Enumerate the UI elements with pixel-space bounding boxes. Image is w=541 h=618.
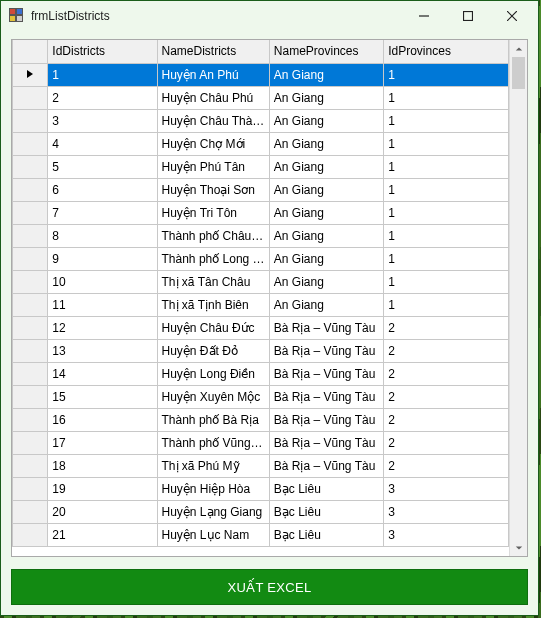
table-row[interactable]: 11Thị xã Tịnh BiênAn Giang1: [13, 293, 509, 316]
table-row[interactable]: 7Huyện Tri TônAn Giang1: [13, 201, 509, 224]
cell-namedistricts[interactable]: Huyện Châu Phú: [157, 86, 269, 109]
data-grid[interactable]: IdDistricts NameDistricts NameProvinces …: [11, 39, 528, 557]
cell-nameprovinces[interactable]: Bà Rịa – Vũng Tàu: [269, 385, 383, 408]
cell-namedistricts[interactable]: Huyện Đất Đỏ: [157, 339, 269, 362]
row-header[interactable]: [13, 316, 48, 339]
cell-namedistricts[interactable]: Huyện Thoại Sơn: [157, 178, 269, 201]
table-row[interactable]: 14Huyện Long ĐiềnBà Rịa – Vũng Tàu2: [13, 362, 509, 385]
titlebar[interactable]: frmListDistricts: [1, 1, 538, 31]
column-header-idprovinces[interactable]: IdProvinces: [384, 40, 509, 63]
cell-nameprovinces[interactable]: Bạc Liêu: [269, 523, 383, 546]
cell-nameprovinces[interactable]: Bà Rịa – Vũng Tàu: [269, 431, 383, 454]
cell-iddistricts[interactable]: 16: [48, 408, 157, 431]
cell-idprovinces[interactable]: 1: [384, 86, 509, 109]
cell-namedistricts[interactable]: Huyện Châu Thành: [157, 109, 269, 132]
row-header[interactable]: [13, 500, 48, 523]
cell-nameprovinces[interactable]: An Giang: [269, 293, 383, 316]
row-header[interactable]: [13, 454, 48, 477]
cell-idprovinces[interactable]: 1: [384, 132, 509, 155]
cell-idprovinces[interactable]: 1: [384, 293, 509, 316]
cell-iddistricts[interactable]: 10: [48, 270, 157, 293]
cell-iddistricts[interactable]: 14: [48, 362, 157, 385]
cell-iddistricts[interactable]: 7: [48, 201, 157, 224]
cell-idprovinces[interactable]: 1: [384, 178, 509, 201]
cell-iddistricts[interactable]: 19: [48, 477, 157, 500]
cell-nameprovinces[interactable]: An Giang: [269, 109, 383, 132]
cell-namedistricts[interactable]: Thành phố Vũng Tàu: [157, 431, 269, 454]
cell-idprovinces[interactable]: 2: [384, 431, 509, 454]
cell-namedistricts[interactable]: Huyện Chợ Mới: [157, 132, 269, 155]
row-header[interactable]: [13, 155, 48, 178]
cell-iddistricts[interactable]: 5: [48, 155, 157, 178]
table-row[interactable]: 12Huyện Châu ĐứcBà Rịa – Vũng Tàu2: [13, 316, 509, 339]
cell-iddistricts[interactable]: 15: [48, 385, 157, 408]
table-row[interactable]: 8Thành phố Châu Đ...An Giang1: [13, 224, 509, 247]
column-header-nameprovinces[interactable]: NameProvinces: [269, 40, 383, 63]
row-header[interactable]: [13, 477, 48, 500]
cell-idprovinces[interactable]: 1: [384, 201, 509, 224]
cell-idprovinces[interactable]: 3: [384, 523, 509, 546]
table-row[interactable]: 18Thị xã Phú MỹBà Rịa – Vũng Tàu2: [13, 454, 509, 477]
table-row[interactable]: 13Huyện Đất ĐỏBà Rịa – Vũng Tàu2: [13, 339, 509, 362]
cell-namedistricts[interactable]: Huyện An Phú: [157, 63, 269, 86]
table-row[interactable]: 5Huyện Phú TânAn Giang1: [13, 155, 509, 178]
row-header[interactable]: [13, 431, 48, 454]
scroll-track[interactable]: [510, 57, 527, 539]
row-header[interactable]: [13, 132, 48, 155]
cell-idprovinces[interactable]: 1: [384, 155, 509, 178]
table-row[interactable]: 19Huyện Hiệp HòaBạc Liêu3: [13, 477, 509, 500]
cell-iddistricts[interactable]: 4: [48, 132, 157, 155]
cell-iddistricts[interactable]: 17: [48, 431, 157, 454]
table-row[interactable]: 16Thành phố Bà RịaBà Rịa – Vũng Tàu2: [13, 408, 509, 431]
row-header[interactable]: [13, 178, 48, 201]
row-header[interactable]: [13, 362, 48, 385]
export-excel-button[interactable]: XUẤT EXCEL: [11, 569, 528, 605]
scroll-up-button[interactable]: [510, 40, 527, 57]
cell-idprovinces[interactable]: 2: [384, 454, 509, 477]
row-header[interactable]: [13, 224, 48, 247]
cell-nameprovinces[interactable]: Bà Rịa – Vũng Tàu: [269, 339, 383, 362]
cell-nameprovinces[interactable]: An Giang: [269, 132, 383, 155]
cell-nameprovinces[interactable]: An Giang: [269, 86, 383, 109]
cell-namedistricts[interactable]: Huyện Long Điền: [157, 362, 269, 385]
table-row[interactable]: 15Huyện Xuyên MộcBà Rịa – Vũng Tàu2: [13, 385, 509, 408]
cell-idprovinces[interactable]: 3: [384, 500, 509, 523]
maximize-button[interactable]: [446, 2, 490, 30]
cell-namedistricts[interactable]: Huyện Hiệp Hòa: [157, 477, 269, 500]
cell-iddistricts[interactable]: 21: [48, 523, 157, 546]
row-header[interactable]: [13, 109, 48, 132]
table-row[interactable]: 1Huyện An PhúAn Giang1: [13, 63, 509, 86]
cell-namedistricts[interactable]: Thành phố Châu Đ...: [157, 224, 269, 247]
cell-namedistricts[interactable]: Thị xã Tân Châu: [157, 270, 269, 293]
table-row[interactable]: 21Huyện Lục NamBạc Liêu3: [13, 523, 509, 546]
close-button[interactable]: [490, 2, 534, 30]
cell-idprovinces[interactable]: 1: [384, 270, 509, 293]
column-header-namedistricts[interactable]: NameDistricts: [157, 40, 269, 63]
scroll-thumb[interactable]: [512, 57, 525, 89]
table-row[interactable]: 20Huyện Lạng GiangBạc Liêu3: [13, 500, 509, 523]
cell-namedistricts[interactable]: Thành phố Bà Rịa: [157, 408, 269, 431]
table-row[interactable]: 9Thành phố Long X...An Giang1: [13, 247, 509, 270]
cell-iddistricts[interactable]: 2: [48, 86, 157, 109]
cell-idprovinces[interactable]: 2: [384, 385, 509, 408]
scroll-down-button[interactable]: [510, 539, 527, 556]
vertical-scrollbar[interactable]: [509, 40, 527, 556]
row-header[interactable]: [13, 293, 48, 316]
cell-iddistricts[interactable]: 8: [48, 224, 157, 247]
table-row[interactable]: 2Huyện Châu PhúAn Giang1: [13, 86, 509, 109]
row-header[interactable]: [13, 339, 48, 362]
row-header[interactable]: [13, 408, 48, 431]
cell-idprovinces[interactable]: 3: [384, 477, 509, 500]
cell-idprovinces[interactable]: 2: [384, 316, 509, 339]
cell-namedistricts[interactable]: Huyện Lục Nam: [157, 523, 269, 546]
cell-iddistricts[interactable]: 1: [48, 63, 157, 86]
cell-iddistricts[interactable]: 6: [48, 178, 157, 201]
table-row[interactable]: 3Huyện Châu ThànhAn Giang1: [13, 109, 509, 132]
cell-idprovinces[interactable]: 1: [384, 224, 509, 247]
row-header-corner[interactable]: [13, 40, 48, 63]
table-row[interactable]: 6Huyện Thoại SơnAn Giang1: [13, 178, 509, 201]
cell-nameprovinces[interactable]: Bà Rịa – Vũng Tàu: [269, 316, 383, 339]
cell-nameprovinces[interactable]: An Giang: [269, 224, 383, 247]
cell-idprovinces[interactable]: 1: [384, 109, 509, 132]
cell-nameprovinces[interactable]: Bà Rịa – Vũng Tàu: [269, 362, 383, 385]
